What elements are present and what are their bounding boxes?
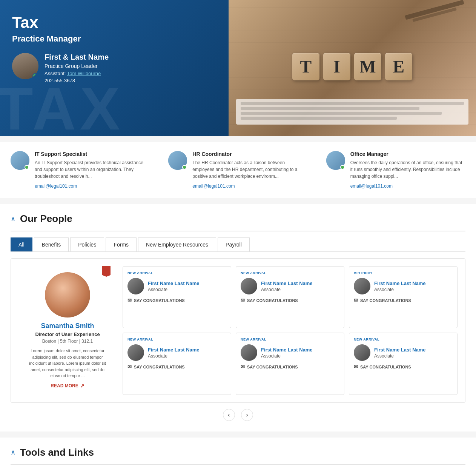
person-badge: NEW ARRIVAL	[354, 338, 453, 341]
divider	[317, 151, 317, 189]
tools-title: Tools and Links	[20, 447, 94, 458]
avatar	[241, 278, 257, 294]
person-details: First Name Last Name Associate	[261, 281, 339, 292]
person-name[interactable]: First Name Last Name	[261, 347, 339, 353]
tab-payroll[interactable]: Payroll	[218, 237, 250, 251]
staff-info: HR Coordinator The HR Coordinator acts a…	[192, 151, 307, 189]
avatar	[326, 151, 345, 170]
section-title: Our People	[20, 213, 72, 225]
collapse-icon[interactable]: ∧	[11, 215, 15, 223]
external-link-icon: ↗	[80, 383, 84, 389]
person-details: First Name Last Name Associate	[374, 281, 453, 292]
avatar	[354, 344, 370, 361]
person-badge: BIRTHDAY	[354, 271, 453, 275]
staff-card-it: IT Support Specialist An IT Support Spec…	[11, 151, 150, 189]
person-info: First Name Last Name Associate	[241, 344, 339, 361]
staff-title: HR Coordinator	[192, 151, 307, 157]
person-role: Associate	[261, 287, 339, 292]
person-role: Associate	[261, 353, 339, 359]
hero-right-panel: T I M E	[229, 0, 476, 136]
person-card: NEW ARRIVAL First Name Last Name Associa…	[236, 266, 344, 328]
mail-icon: ✉	[354, 297, 358, 303]
tab-all[interactable]: All	[11, 237, 32, 251]
avatar	[12, 53, 38, 79]
tools-header: ∧ Tools and Links	[11, 438, 465, 465]
bookmark-icon	[102, 266, 111, 277]
person-name[interactable]: First Name Last Name	[148, 347, 226, 353]
person-role: Associate	[148, 287, 226, 292]
say-congratulations-button[interactable]: ✉ SAY CONGRATULATIONS	[127, 364, 226, 370]
say-congratulations-button[interactable]: ✉ SAY CONGRATULATIONS	[241, 364, 339, 370]
person-name[interactable]: First Name Last Name	[261, 281, 339, 286]
tab-policies[interactable]: Policies	[70, 237, 104, 251]
person-role: Associate	[374, 287, 453, 292]
featured-location: Boston | 5th Floor | 312.1	[42, 339, 93, 344]
person-badge: NEW ARRIVAL	[127, 271, 226, 275]
person-assistant: Assistant: Tom Willbourne	[45, 71, 109, 76]
divider	[159, 151, 159, 189]
time-block-e: E	[385, 53, 412, 80]
say-congratulations-button[interactable]: ✉ SAY CONGRATULATIONS	[354, 297, 453, 303]
time-display: T I M E	[292, 53, 412, 80]
mail-icon: ✉	[127, 364, 132, 370]
featured-bio: Lorem ipsum dolor sit amet, consectetur …	[25, 348, 111, 379]
person-name[interactable]: First Name Last Name	[374, 281, 453, 286]
hero-subtitle: Practice Manager	[12, 34, 217, 44]
person-info: First Name Last Name Associate	[127, 344, 226, 361]
hero-info: First & Last Name Practice Group Leader …	[45, 53, 109, 83]
assistant-link[interactable]: Tom Willbourne	[67, 71, 101, 76]
time-block-t: T	[292, 53, 319, 80]
featured-name[interactable]: Samantha Smith	[41, 322, 94, 330]
person-info: First Name Last Name Associate	[354, 344, 453, 361]
avatar	[11, 151, 29, 170]
mail-icon: ✉	[354, 364, 358, 370]
online-indicator	[25, 165, 29, 170]
mail-icon: ✉	[241, 297, 245, 303]
person-card: NEW ARRIVAL First Name Last Name Associa…	[123, 266, 231, 328]
hero-title: Tax	[12, 14, 217, 32]
collapse-icon[interactable]: ∧	[11, 448, 15, 456]
person-name[interactable]: First Name Last Name	[148, 281, 226, 286]
mail-icon: ✉	[127, 297, 132, 303]
paper-document	[236, 99, 468, 125]
person-role: Associate	[374, 353, 453, 359]
section-header: ∧ Our People	[11, 204, 465, 231]
staff-grid: IT Support Specialist An IT Support Spec…	[11, 151, 465, 189]
say-congratulations-button[interactable]: ✉ SAY CONGRATULATIONS	[241, 297, 339, 303]
staff-section: IT Support Specialist An IT Support Spec…	[0, 142, 476, 198]
people-container: Samantha Smith Director of User Experien…	[11, 258, 465, 403]
say-congratulations-button[interactable]: ✉ SAY CONGRATULATIONS	[127, 297, 226, 303]
online-indicator	[182, 165, 187, 170]
featured-role: Director of User Experience	[35, 331, 100, 337]
hero-left-panel: Tax Practice Manager First & Last Name P…	[0, 0, 229, 136]
staff-title: Office Manager	[350, 151, 465, 157]
avatar	[168, 151, 187, 170]
read-more-link[interactable]: READ MORE ↗	[51, 383, 84, 389]
person-card: NEW ARRIVAL First Name Last Name Associa…	[349, 333, 458, 395]
person-name: First & Last Name	[45, 53, 109, 62]
staff-description: An IT Support Specialist provides techni…	[35, 159, 150, 180]
person-info: First Name Last Name Associate	[127, 278, 226, 294]
tab-new-employee-resources[interactable]: New Employee Resources	[138, 237, 216, 251]
featured-person-card: Samantha Smith Director of User Experien…	[18, 266, 117, 395]
mail-icon: ✉	[241, 364, 245, 370]
person-details: First Name Last Name Associate	[148, 281, 226, 292]
online-indicator	[340, 165, 345, 170]
tab-benefits[interactable]: Benefits	[34, 237, 69, 251]
person-info: First Name Last Name Associate	[354, 278, 453, 294]
person-badge: NEW ARRIVAL	[241, 338, 339, 341]
staff-email-link[interactable]: email@legal101.com	[350, 183, 393, 189]
staff-email-link[interactable]: email@legal101.com	[35, 183, 77, 189]
next-button[interactable]: ›	[241, 409, 253, 421]
avatar	[45, 272, 90, 317]
time-block-i: I	[323, 53, 350, 80]
person-role: Practice Group Leader	[45, 63, 109, 69]
person-name[interactable]: First Name Last Name	[374, 347, 453, 353]
avatar	[354, 278, 370, 294]
tab-forms[interactable]: Forms	[106, 237, 137, 251]
say-congratulations-button[interactable]: ✉ SAY CONGRATULATIONS	[354, 364, 453, 370]
avatar	[127, 278, 144, 294]
avatar	[127, 344, 144, 361]
staff-email-link[interactable]: email@legal101.com	[192, 183, 235, 189]
prev-button[interactable]: ‹	[223, 409, 235, 421]
